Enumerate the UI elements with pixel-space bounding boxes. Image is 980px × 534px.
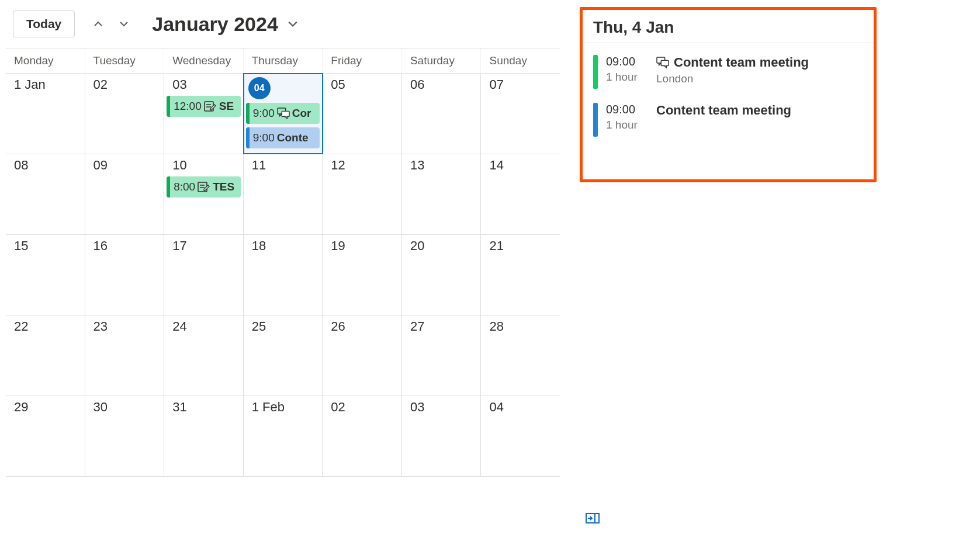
calendar-cell[interactable]: 25 bbox=[244, 315, 323, 396]
day-header: Wednesday bbox=[164, 48, 244, 74]
chevron-down-icon bbox=[288, 19, 298, 29]
event-time: 9:00 bbox=[253, 131, 275, 144]
agenda-item[interactable]: 09:001 hourContent team meeting bbox=[588, 97, 868, 145]
calendar-cell[interactable]: 14 bbox=[481, 154, 560, 234]
day-number: 31 bbox=[167, 400, 186, 415]
day-number: 12 bbox=[325, 158, 345, 173]
selected-day-badge: 04 bbox=[248, 77, 271, 99]
calendar-cell[interactable]: 0312:00SE bbox=[164, 74, 244, 154]
day-number: 19 bbox=[325, 238, 345, 254]
calendar-cell[interactable]: 06 bbox=[402, 74, 482, 154]
calendar-cell[interactable]: 04 bbox=[481, 396, 560, 476]
calendar-cell[interactable]: 12 bbox=[323, 154, 402, 234]
calendar-cell[interactable]: 27 bbox=[402, 315, 482, 396]
agenda-duration: 1 hour bbox=[606, 71, 648, 84]
day-number: 13 bbox=[404, 158, 424, 173]
day-number: 23 bbox=[88, 319, 108, 334]
calendar-cell[interactable]: 11 bbox=[244, 154, 323, 234]
day-header: Saturday bbox=[402, 48, 482, 74]
agenda-location: London bbox=[656, 72, 809, 85]
day-number: 16 bbox=[88, 238, 108, 254]
calendar-cell[interactable]: 30 bbox=[85, 396, 165, 476]
next-month-button[interactable] bbox=[112, 12, 136, 36]
day-number: 1 Jan bbox=[8, 77, 46, 92]
day-header: Sunday bbox=[481, 48, 560, 74]
day-number: 14 bbox=[483, 158, 503, 173]
day-number: 18 bbox=[246, 238, 266, 254]
calendar-event[interactable]: 8:00TES bbox=[167, 176, 241, 197]
calendar-cell[interactable]: 07 bbox=[481, 74, 560, 154]
calendar-cell[interactable]: 1 Feb bbox=[244, 396, 323, 476]
agenda-time: 09:00 bbox=[606, 55, 648, 68]
day-number: 09 bbox=[88, 158, 108, 173]
calendar-cell[interactable]: 18 bbox=[244, 235, 323, 315]
calendar-cell[interactable]: 15 bbox=[6, 235, 85, 315]
svg-rect-9 bbox=[661, 60, 669, 65]
expand-panel-button[interactable] bbox=[586, 513, 600, 523]
day-number: 20 bbox=[404, 238, 424, 254]
calendar-cell[interactable]: 13 bbox=[402, 154, 482, 234]
agenda-highlight-box: Thu, 4 Jan 09:001 hourContent team meeti… bbox=[580, 7, 877, 182]
prev-month-button[interactable] bbox=[86, 12, 110, 36]
day-number: 21 bbox=[483, 238, 503, 254]
today-button[interactable]: Today bbox=[13, 11, 75, 37]
day-number: 30 bbox=[88, 400, 108, 415]
agenda-date-header: Thu, 4 Jan bbox=[583, 10, 874, 43]
note-icon bbox=[198, 181, 210, 193]
event-time: 12:00 bbox=[174, 100, 202, 113]
calendar-cell[interactable]: 17 bbox=[164, 235, 244, 315]
note-icon bbox=[204, 100, 217, 112]
calendar-cell[interactable]: 22 bbox=[6, 315, 85, 396]
day-number: 02 bbox=[88, 77, 108, 92]
agenda-title: Content team meeting bbox=[674, 55, 809, 70]
day-number: 15 bbox=[8, 238, 28, 254]
calendar-cell[interactable]: 19 bbox=[323, 235, 402, 315]
event-title: Conte bbox=[277, 131, 309, 144]
day-number: 04 bbox=[483, 400, 503, 415]
calendar-cell[interactable]: 21 bbox=[481, 235, 560, 315]
calendar-cell[interactable]: 28 bbox=[481, 315, 560, 396]
day-number: 08 bbox=[8, 158, 28, 173]
calendar-cell[interactable]: 108:00TES bbox=[164, 154, 244, 234]
calendar-cell[interactable]: 23 bbox=[85, 315, 165, 396]
calendar-event[interactable]: 9:00Cor bbox=[246, 103, 320, 124]
day-number: 24 bbox=[167, 319, 186, 334]
day-header: Tuesday bbox=[85, 48, 165, 74]
calendar-cell[interactable]: 08 bbox=[6, 154, 85, 234]
calendar-cell[interactable]: 049:00Cor9:00Conte bbox=[244, 74, 323, 154]
day-header: Monday bbox=[6, 48, 85, 74]
chevron-down-icon bbox=[119, 19, 129, 29]
day-number: 22 bbox=[8, 319, 28, 334]
month-title: January 2024 bbox=[152, 13, 278, 36]
calendar-cell[interactable]: 02 bbox=[85, 74, 165, 154]
day-number: 28 bbox=[483, 319, 503, 334]
day-number: 17 bbox=[167, 238, 186, 254]
day-number: 03 bbox=[404, 400, 424, 415]
calendar-event[interactable]: 12:00SE bbox=[167, 96, 241, 117]
calendar-cell[interactable]: 26 bbox=[323, 315, 402, 396]
agenda-title: Content team meeting bbox=[656, 103, 791, 118]
chevron-up-icon bbox=[94, 19, 103, 29]
agenda-color-bar bbox=[593, 55, 598, 89]
calendar-event[interactable]: 9:00Conte bbox=[246, 127, 320, 148]
calendar-cell[interactable]: 09 bbox=[85, 154, 165, 234]
day-header: Thursday bbox=[244, 48, 323, 74]
day-number: 25 bbox=[246, 319, 266, 334]
calendar-cell[interactable]: 1 Jan bbox=[6, 74, 85, 154]
day-number: 07 bbox=[483, 77, 503, 92]
calendar-cell[interactable]: 24 bbox=[164, 315, 244, 396]
month-dropdown-button[interactable] bbox=[288, 19, 298, 29]
day-number: 06 bbox=[404, 77, 424, 92]
calendar-cell[interactable]: 05 bbox=[323, 74, 402, 154]
day-number: 27 bbox=[404, 319, 424, 334]
calendar-cell[interactable]: 02 bbox=[323, 396, 402, 476]
calendar-cell[interactable]: 20 bbox=[402, 235, 482, 315]
calendar-cell[interactable]: 03 bbox=[402, 396, 482, 476]
calendar-cell[interactable]: 29 bbox=[6, 396, 85, 476]
agenda-item[interactable]: 09:001 hourContent team meetingLondon bbox=[588, 49, 868, 97]
svg-rect-4 bbox=[282, 111, 289, 116]
agenda-time: 09:00 bbox=[606, 103, 648, 116]
calendar-cell[interactable]: 16 bbox=[85, 235, 165, 315]
event-title: Cor bbox=[292, 107, 311, 120]
calendar-cell[interactable]: 31 bbox=[164, 396, 244, 476]
